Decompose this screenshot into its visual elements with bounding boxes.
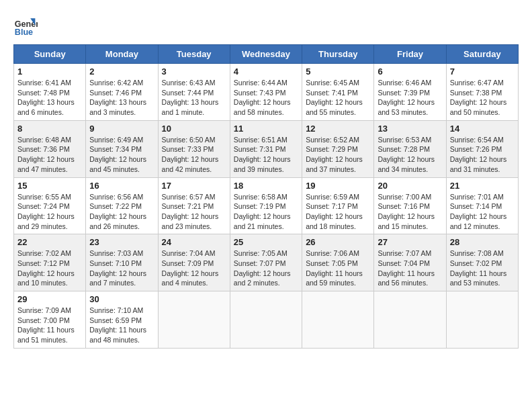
day-number: 22	[17, 237, 82, 247]
calendar-cell	[374, 291, 446, 349]
day-number: 10	[162, 124, 226, 134]
day-number: 18	[234, 181, 298, 191]
day-info: Sunrise: 7:07 AM Sunset: 7:04 PM Dayligh…	[378, 248, 442, 288]
calendar-cell: 28 Sunrise: 7:08 AM Sunset: 7:02 PM Dayl…	[446, 234, 518, 291]
calendar-cell: 29 Sunrise: 7:09 AM Sunset: 7:00 PM Dayl…	[14, 291, 86, 349]
day-info: Sunrise: 7:06 AM Sunset: 7:05 PM Dayligh…	[306, 248, 370, 288]
day-number: 4	[234, 66, 298, 77]
calendar-cell: 26 Sunrise: 7:06 AM Sunset: 7:05 PM Dayl…	[302, 234, 374, 291]
calendar-cell: 30 Sunrise: 7:10 AM Sunset: 6:59 PM Dayl…	[86, 291, 158, 349]
day-info: Sunrise: 7:05 AM Sunset: 7:07 PM Dayligh…	[234, 248, 298, 288]
calendar-cell: 18 Sunrise: 6:58 AM Sunset: 7:19 PM Dayl…	[230, 177, 302, 234]
calendar-cell: 14 Sunrise: 6:54 AM Sunset: 7:26 PM Dayl…	[446, 120, 518, 177]
calendar-cell: 6 Sunrise: 6:46 AM Sunset: 7:39 PM Dayli…	[374, 64, 446, 121]
day-info: Sunrise: 6:49 AM Sunset: 7:34 PM Dayligh…	[89, 135, 154, 175]
day-number: 24	[162, 237, 226, 247]
calendar-cell: 17 Sunrise: 6:57 AM Sunset: 7:21 PM Dayl…	[158, 177, 230, 234]
calendar-cell: 19 Sunrise: 6:59 AM Sunset: 7:17 PM Dayl…	[302, 177, 374, 234]
day-info: Sunrise: 6:55 AM Sunset: 7:24 PM Dayligh…	[17, 192, 82, 232]
calendar-cell: 21 Sunrise: 7:01 AM Sunset: 7:14 PM Dayl…	[446, 177, 518, 234]
calendar-cell: 20 Sunrise: 7:00 AM Sunset: 7:16 PM Dayl…	[374, 177, 446, 234]
day-number: 17	[162, 181, 226, 191]
day-info: Sunrise: 6:56 AM Sunset: 7:22 PM Dayligh…	[89, 192, 154, 232]
day-info: Sunrise: 6:51 AM Sunset: 7:31 PM Dayligh…	[234, 135, 298, 175]
calendar-body: 1 Sunrise: 6:41 AM Sunset: 7:48 PM Dayli…	[14, 64, 519, 349]
calendar-cell: 12 Sunrise: 6:52 AM Sunset: 7:29 PM Dayl…	[302, 120, 374, 177]
calendar-week-row: 29 Sunrise: 7:09 AM Sunset: 7:00 PM Dayl…	[14, 291, 519, 349]
day-number: 9	[89, 124, 154, 134]
calendar-week-row: 1 Sunrise: 6:41 AM Sunset: 7:48 PM Dayli…	[14, 64, 519, 121]
calendar-week-row: 22 Sunrise: 7:02 AM Sunset: 7:12 PM Dayl…	[14, 234, 519, 291]
day-number: 12	[306, 124, 370, 134]
day-header-sunday: Sunday	[14, 45, 86, 64]
day-number: 14	[450, 124, 515, 134]
day-number: 7	[450, 66, 515, 77]
day-info: Sunrise: 7:04 AM Sunset: 7:09 PM Dayligh…	[162, 248, 226, 288]
calendar-cell: 2 Sunrise: 6:42 AM Sunset: 7:46 PM Dayli…	[86, 64, 158, 121]
calendar-cell: 7 Sunrise: 6:47 AM Sunset: 7:38 PM Dayli…	[446, 64, 518, 121]
calendar-cell: 23 Sunrise: 7:03 AM Sunset: 7:10 PM Dayl…	[86, 234, 158, 291]
calendar-cell: 5 Sunrise: 6:45 AM Sunset: 7:41 PM Dayli…	[302, 64, 374, 121]
page-header: General Blue	[13, 13, 519, 38]
day-info: Sunrise: 7:00 AM Sunset: 7:16 PM Dayligh…	[378, 192, 442, 232]
day-info: Sunrise: 7:03 AM Sunset: 7:10 PM Dayligh…	[89, 248, 154, 288]
day-number: 26	[306, 237, 370, 247]
calendar-week-row: 8 Sunrise: 6:48 AM Sunset: 7:36 PM Dayli…	[14, 120, 519, 177]
day-number: 8	[17, 124, 82, 134]
day-number: 1	[17, 66, 82, 77]
day-number: 28	[450, 237, 515, 247]
calendar-cell: 1 Sunrise: 6:41 AM Sunset: 7:48 PM Dayli…	[14, 64, 86, 121]
calendar-cell: 10 Sunrise: 6:50 AM Sunset: 7:33 PM Dayl…	[158, 120, 230, 177]
calendar-week-row: 15 Sunrise: 6:55 AM Sunset: 7:24 PM Dayl…	[14, 177, 519, 234]
day-info: Sunrise: 6:45 AM Sunset: 7:41 PM Dayligh…	[306, 78, 370, 118]
calendar-header-row: SundayMondayTuesdayWednesdayThursdayFrid…	[14, 45, 519, 64]
day-header-thursday: Thursday	[302, 45, 374, 64]
day-header-wednesday: Wednesday	[230, 45, 302, 64]
day-info: Sunrise: 7:01 AM Sunset: 7:14 PM Dayligh…	[450, 192, 515, 232]
calendar-cell: 13 Sunrise: 6:53 AM Sunset: 7:28 PM Dayl…	[374, 120, 446, 177]
day-info: Sunrise: 6:42 AM Sunset: 7:46 PM Dayligh…	[89, 78, 154, 118]
calendar-cell: 15 Sunrise: 6:55 AM Sunset: 7:24 PM Dayl…	[14, 177, 86, 234]
day-number: 16	[89, 181, 154, 191]
calendar-cell: 11 Sunrise: 6:51 AM Sunset: 7:31 PM Dayl…	[230, 120, 302, 177]
calendar-cell	[158, 291, 230, 349]
day-info: Sunrise: 6:46 AM Sunset: 7:39 PM Dayligh…	[378, 78, 442, 118]
day-info: Sunrise: 6:41 AM Sunset: 7:48 PM Dayligh…	[17, 78, 82, 118]
calendar-cell: 22 Sunrise: 7:02 AM Sunset: 7:12 PM Dayl…	[14, 234, 86, 291]
svg-text:Blue: Blue	[15, 28, 33, 37]
day-number: 21	[450, 181, 515, 191]
calendar-cell: 3 Sunrise: 6:43 AM Sunset: 7:44 PM Dayli…	[158, 64, 230, 121]
day-info: Sunrise: 6:52 AM Sunset: 7:29 PM Dayligh…	[306, 135, 370, 175]
calendar-cell: 25 Sunrise: 7:05 AM Sunset: 7:07 PM Dayl…	[230, 234, 302, 291]
calendar-cell: 8 Sunrise: 6:48 AM Sunset: 7:36 PM Dayli…	[14, 120, 86, 177]
calendar-cell: 9 Sunrise: 6:49 AM Sunset: 7:34 PM Dayli…	[86, 120, 158, 177]
day-info: Sunrise: 6:59 AM Sunset: 7:17 PM Dayligh…	[306, 192, 370, 232]
day-info: Sunrise: 7:10 AM Sunset: 6:59 PM Dayligh…	[89, 306, 154, 345]
day-number: 15	[17, 181, 82, 191]
day-info: Sunrise: 6:50 AM Sunset: 7:33 PM Dayligh…	[162, 135, 226, 175]
calendar-cell	[302, 291, 374, 349]
day-number: 25	[234, 237, 298, 247]
day-number: 19	[306, 181, 370, 191]
day-number: 11	[234, 124, 298, 134]
day-info: Sunrise: 6:47 AM Sunset: 7:38 PM Dayligh…	[450, 78, 515, 118]
day-number: 20	[378, 181, 442, 191]
day-number: 29	[17, 294, 82, 304]
day-number: 27	[378, 237, 442, 247]
calendar-cell: 4 Sunrise: 6:44 AM Sunset: 7:43 PM Dayli…	[230, 64, 302, 121]
day-info: Sunrise: 6:44 AM Sunset: 7:43 PM Dayligh…	[234, 78, 298, 118]
day-info: Sunrise: 7:09 AM Sunset: 7:00 PM Dayligh…	[17, 306, 82, 345]
day-number: 3	[162, 66, 226, 77]
day-number: 23	[89, 237, 154, 247]
day-number: 30	[89, 294, 154, 304]
day-info: Sunrise: 6:48 AM Sunset: 7:36 PM Dayligh…	[17, 135, 82, 175]
day-info: Sunrise: 6:43 AM Sunset: 7:44 PM Dayligh…	[162, 78, 226, 118]
day-header-monday: Monday	[86, 45, 158, 64]
calendar-cell: 27 Sunrise: 7:07 AM Sunset: 7:04 PM Dayl…	[374, 234, 446, 291]
calendar-cell: 16 Sunrise: 6:56 AM Sunset: 7:22 PM Dayl…	[86, 177, 158, 234]
day-number: 6	[378, 66, 442, 77]
day-number: 13	[378, 124, 442, 134]
calendar-cell: 24 Sunrise: 7:04 AM Sunset: 7:09 PM Dayl…	[158, 234, 230, 291]
logo-icon: General Blue	[13, 13, 38, 38]
logo: General Blue	[13, 13, 38, 38]
